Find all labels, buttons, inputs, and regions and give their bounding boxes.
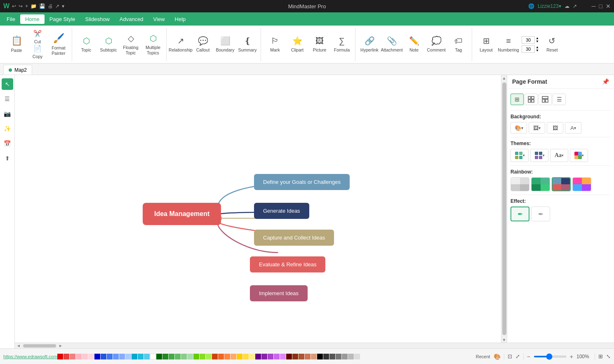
menu-slideshow[interactable]: Slideshow	[80, 14, 115, 24]
color-orange-1[interactable]	[212, 354, 218, 359]
grid-btn[interactable]: ⊞	[598, 353, 603, 359]
user-icon[interactable]: 🌐	[528, 3, 534, 9]
maximize-btn[interactable]: □	[599, 3, 602, 9]
color-brown-3[interactable]	[299, 354, 304, 359]
sidebar-pointer[interactable]: ↖	[2, 78, 13, 90]
color-gray-6[interactable]	[354, 354, 360, 359]
color-orange-4[interactable]	[231, 354, 236, 359]
node-central[interactable]: Idea Management	[143, 203, 221, 225]
floating-topic-button[interactable]: ◇ Floating Topic	[120, 30, 141, 59]
color-brown-5[interactable]	[311, 354, 317, 359]
relationship-button[interactable]: ↗ Relationship	[170, 30, 191, 59]
spinbox-1[interactable]	[522, 36, 535, 44]
color-green-2[interactable]	[162, 354, 168, 359]
more-icon[interactable]: ▾	[62, 3, 64, 9]
spinbox-2[interactable]	[522, 45, 535, 53]
rainbow-swatch-2[interactable]	[531, 177, 550, 191]
color-green-4[interactable]	[175, 354, 181, 359]
reset-button[interactable]: ↺ Reset	[541, 30, 563, 59]
user-name[interactable]: Lizzie123▾	[538, 3, 561, 9]
color-gray-4[interactable]	[342, 354, 348, 359]
color-swatch-icon[interactable]: 🎨	[494, 353, 501, 360]
comment-button[interactable]: 💭 Comment	[426, 30, 447, 59]
color-brown-1[interactable]	[286, 354, 292, 359]
layout-button[interactable]: ⊞ Layout	[475, 30, 497, 59]
color-yellow-1[interactable]	[237, 354, 242, 359]
sidebar-upload[interactable]: ⬆	[2, 153, 13, 164]
cloud-icon[interactable]: ☁	[565, 3, 569, 9]
save-icon[interactable]: 💾	[39, 3, 45, 9]
boundary-button[interactable]: ⬜ Boundary	[214, 30, 236, 59]
note-button[interactable]: ✏️ Note	[403, 30, 425, 59]
menu-help[interactable]: Help	[170, 14, 191, 24]
minimize-btn[interactable]: ─	[592, 3, 596, 9]
color-blue-4[interactable]	[113, 354, 119, 359]
panel-pin-icon[interactable]: 📌	[602, 78, 609, 85]
mark-button[interactable]: 🏳 Mark	[264, 30, 286, 59]
node-branch-2[interactable]: Generate Ideas	[254, 203, 309, 219]
scrollbar-horizontal[interactable]: ◄ ►	[15, 343, 614, 348]
clipart-button[interactable]: ⭐ Clipart	[287, 30, 308, 59]
color-purple-5[interactable]	[280, 354, 286, 359]
subtopic-button[interactable]: ⬡ Subtopic	[98, 30, 119, 59]
print-icon[interactable]: 🖨	[48, 3, 53, 9]
scroll-up-arrow[interactable]: ▲	[502, 75, 506, 81]
formula-button[interactable]: ∑ Formula	[331, 30, 353, 59]
color-cyan-1[interactable]	[132, 354, 137, 359]
share-icon[interactable]: ↗	[573, 3, 577, 9]
panel-view-list[interactable]: ☰	[553, 94, 566, 105]
format-painter-button[interactable]: 🖌️ Format Painter	[48, 30, 69, 59]
color-blue-5[interactable]	[119, 354, 125, 359]
panel-view-page[interactable]: ⊞	[510, 94, 524, 105]
rainbow-swatch-3[interactable]	[552, 177, 571, 191]
color-cyan-3[interactable]	[144, 354, 150, 359]
multiple-topics-button[interactable]: ⬡ Multiple Topics	[142, 30, 164, 59]
color-red-2[interactable]	[64, 354, 69, 359]
scrollbar-vertical[interactable]: ▲ ▼	[501, 75, 507, 343]
menu-advanced[interactable]: Advanced	[115, 14, 148, 24]
fit-btn[interactable]: ⊡	[508, 353, 512, 359]
color-green-1[interactable]	[156, 354, 162, 359]
color-pink-3[interactable]	[88, 354, 94, 359]
new-icon[interactable]: +	[25, 3, 28, 9]
sidebar-camera[interactable]: 📷	[2, 108, 13, 120]
color-blue-1[interactable]	[94, 354, 100, 359]
menu-home[interactable]: Home	[20, 14, 45, 24]
color-blue-3[interactable]	[107, 354, 113, 359]
rainbow-swatch-1[interactable]	[510, 177, 529, 191]
fullscreen-btn[interactable]: ⤢	[515, 353, 520, 359]
tab-map2[interactable]: Map2	[3, 65, 32, 75]
color-cyan-2[interactable]	[138, 354, 144, 359]
node-branch-4[interactable]: Evaluate & Refine Ideas	[250, 256, 325, 272]
scroll-thumb-v[interactable]	[502, 82, 506, 335]
attachment-button[interactable]: 📎 Attachment	[381, 30, 402, 59]
effect-btn-1[interactable]: ✒	[510, 207, 529, 221]
scroll-down-arrow[interactable]: ▼	[502, 337, 506, 343]
color-pink-1[interactable]	[76, 354, 82, 359]
export-icon[interactable]: ↗	[55, 3, 59, 9]
close-btn[interactable]: ✕	[606, 3, 611, 9]
canvas[interactable]: Idea Management Define your Goals or Cha…	[15, 75, 501, 343]
color-gray-5[interactable]	[348, 354, 354, 359]
zoom-slider[interactable]	[534, 356, 567, 357]
bg-color-btn[interactable]: 🎨▾	[510, 122, 527, 134]
expand-btn[interactable]: ⤡	[606, 353, 611, 359]
panel-view-layout[interactable]	[539, 94, 552, 105]
open-icon[interactable]: 📁	[31, 3, 37, 9]
color-purple-3[interactable]	[268, 354, 273, 359]
hyperlink-button[interactable]: 🔗 Hyperlink	[359, 30, 380, 59]
zoom-out-btn[interactable]: −	[527, 353, 530, 360]
numbering-button[interactable]: ≡ Numbering	[498, 30, 519, 59]
undo-icon[interactable]: ↩	[12, 3, 16, 9]
scroll-right-arrow[interactable]: ►	[58, 343, 64, 348]
menu-file[interactable]: File	[2, 14, 20, 24]
scroll-thumb-h[interactable]	[23, 344, 56, 348]
picture-button[interactable]: 🖼 Picture	[309, 30, 330, 59]
color-white[interactable]	[150, 354, 156, 359]
node-branch-3[interactable]: Capture and Collect Ideas	[254, 230, 334, 246]
color-lime-3[interactable]	[206, 354, 212, 359]
color-orange-3[interactable]	[224, 354, 230, 359]
spinbox-2-down[interactable]: ▼	[536, 49, 539, 52]
url-text[interactable]: https://www.edrawsoft.com	[3, 354, 57, 359]
color-brown-2[interactable]	[292, 354, 298, 359]
